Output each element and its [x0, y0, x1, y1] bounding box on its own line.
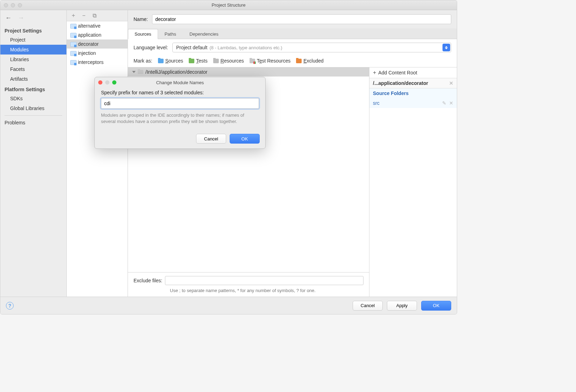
modules-toolbar: ＋ − ⧉ [67, 10, 128, 21]
module-icon [70, 23, 76, 28]
folder-icon [296, 59, 302, 63]
footer-buttons: Cancel Apply OK [353, 301, 451, 311]
remove-icon[interactable]: ✕ [449, 100, 453, 106]
tab-dependencies[interactable]: Dependencies [183, 29, 225, 39]
help-icon[interactable]: ? [6, 302, 14, 310]
prefix-input[interactable] [101, 98, 259, 109]
add-content-root[interactable]: + Add Content Root [369, 67, 457, 78]
exclude-label: Exclude files: [134, 278, 162, 283]
copy-module-icon[interactable]: ⧉ [91, 13, 98, 19]
dialog-ok-button[interactable]: OK [230, 134, 260, 144]
nav-forward-icon[interactable]: → [18, 14, 24, 22]
exclude-row: Exclude files: [128, 272, 369, 286]
remove-module-icon[interactable]: − [81, 13, 87, 19]
language-level-row: Language level: Project default (8 - Lam… [128, 39, 457, 56]
chevron-updown-icon [442, 44, 450, 51]
nav-sdks[interactable]: SDKs [0, 94, 66, 103]
language-level-value: Project default [176, 45, 208, 50]
content-root-path: /IntelliJ/application/decorator [145, 69, 207, 75]
edit-icon[interactable]: ✎ [442, 100, 446, 106]
cancel-button[interactable]: Cancel [353, 301, 383, 311]
window-title: Project Structure [0, 2, 457, 8]
tab-paths[interactable]: Paths [158, 29, 183, 39]
dialog-cancel-button[interactable]: Cancel [196, 134, 226, 144]
apply-button[interactable]: Apply [387, 301, 417, 311]
source-folder-actions: ✎ ✕ [442, 100, 453, 106]
nav-libraries[interactable]: Libraries [0, 55, 66, 64]
language-level-label: Language level: [134, 45, 168, 50]
markas-excluded[interactable]: Excluded [296, 58, 324, 64]
folder-icon [138, 70, 143, 74]
exclude-hint: Use ; to separate name patterns, * for a… [128, 286, 369, 297]
dialog-prompt-label: Specify prefix for names of 3 selected m… [101, 90, 259, 95]
disclosure-triangle-icon[interactable] [132, 71, 136, 73]
change-module-names-dialog: Change Module Names Specify prefix for n… [94, 77, 266, 149]
modules-column: ＋ − ⧉ alternative application decorator … [67, 10, 128, 297]
nav-modules[interactable]: Modules [0, 45, 66, 55]
nav-back-icon[interactable]: ← [5, 14, 12, 22]
language-level-hint: (8 - Lambdas, type annotations etc.) [209, 45, 282, 50]
module-label: injection [78, 50, 96, 56]
language-level-select[interactable]: Project default (8 - Lambdas, type annot… [172, 43, 451, 52]
dialog-hint: Modules are grouped in the IDE according… [101, 112, 259, 125]
sidebar: ← → Project Settings Project Modules Lib… [0, 10, 67, 297]
tabs: Sources Paths Dependencies [128, 28, 457, 39]
module-name-input[interactable] [152, 14, 451, 24]
content-root-row[interactable]: /IntelliJ/application/decorator [128, 67, 369, 77]
footer: ? Cancel Apply OK [0, 297, 457, 314]
module-alternative[interactable]: alternative [67, 21, 128, 30]
module-icon [70, 42, 76, 46]
module-label: application [78, 32, 101, 38]
name-label: Name: [134, 16, 148, 22]
markas-sources[interactable]: Sources [158, 58, 183, 64]
project-structure-window: Project Structure ← → Project Settings P… [0, 0, 457, 314]
name-row: Name: [128, 10, 457, 28]
module-label: decorator [78, 41, 99, 47]
ok-button[interactable]: OK [421, 301, 451, 311]
dialog-titlebar: Change Module Names [95, 77, 265, 88]
content-root-path-row[interactable]: /...application/decorator ✕ [369, 78, 457, 88]
body: ← → Project Settings Project Modules Lib… [0, 10, 457, 297]
module-list: alternative application decorator inject… [67, 21, 128, 297]
module-label: alternative [78, 23, 101, 29]
plus-icon: + [373, 70, 376, 76]
source-folder-row[interactable]: src ✎ ✕ [369, 98, 457, 108]
exclude-input[interactable] [165, 276, 363, 285]
module-icon [70, 51, 76, 56]
source-folders-header: Source Folders [369, 88, 457, 98]
folder-icon [189, 59, 194, 63]
tab-sources[interactable]: Sources [128, 29, 158, 39]
sidebar-divider [5, 115, 62, 116]
nav-artifacts[interactable]: Artifacts [0, 74, 66, 84]
nav-global-libraries[interactable]: Global Libraries [0, 103, 66, 113]
add-module-icon[interactable]: ＋ [70, 13, 77, 19]
markas-test-resources[interactable]: Test Resources [250, 58, 291, 64]
module-interceptors[interactable]: interceptors [67, 58, 128, 67]
dialog-body: Specify prefix for names of 3 selected m… [95, 88, 265, 130]
markas-tests[interactable]: Tests [189, 58, 208, 64]
main-panel: Name: Sources Paths Dependencies Languag… [128, 10, 457, 297]
folder-icon [213, 59, 219, 63]
section-platform-settings: Platform Settings [0, 84, 66, 94]
section-project-settings: Project Settings [0, 25, 66, 35]
nav-arrows: ← → [0, 12, 66, 25]
content-root-path-text: /...application/decorator [373, 80, 428, 86]
module-icon [70, 60, 76, 65]
source-folder-name: src [373, 100, 380, 106]
nav-facets[interactable]: Facets [0, 64, 66, 74]
module-decorator[interactable]: decorator [67, 39, 128, 49]
delete-root-icon[interactable]: ✕ [449, 80, 453, 86]
dialog-title: Change Module Names [95, 80, 265, 85]
nav-problems[interactable]: Problems [0, 118, 66, 128]
module-label: interceptors [78, 59, 103, 65]
dialog-buttons: Cancel OK [95, 130, 265, 148]
markas-resources[interactable]: Resources [213, 58, 244, 64]
module-injection[interactable]: injection [67, 49, 128, 58]
titlebar: Project Structure [0, 0, 457, 10]
module-application[interactable]: application [67, 30, 128, 39]
right-panel: + Add Content Root /...application/decor… [369, 67, 457, 297]
folder-icon [158, 59, 164, 63]
nav-project[interactable]: Project [0, 35, 66, 45]
markas-label: Mark as: [134, 58, 152, 64]
folder-icon [250, 59, 255, 63]
